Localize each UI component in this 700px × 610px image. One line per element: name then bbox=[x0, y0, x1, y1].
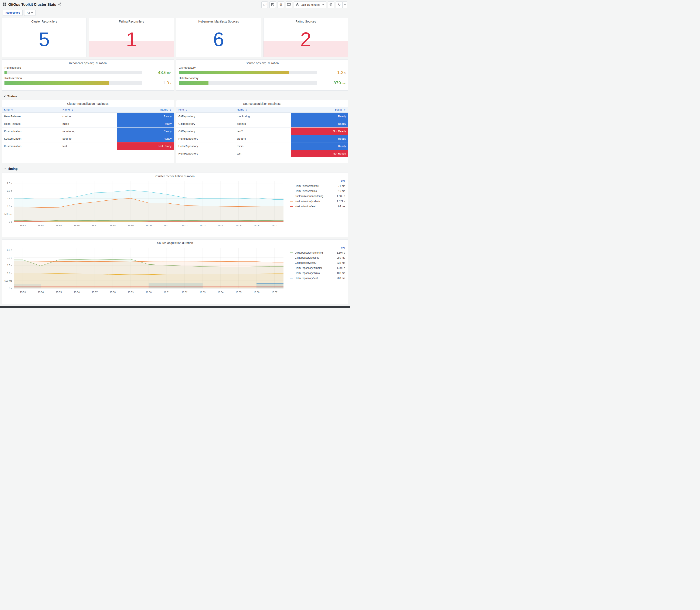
refresh-button[interactable]: ↻ bbox=[336, 1, 342, 8]
svg-text:15:55: 15:55 bbox=[56, 291, 62, 293]
cycle-view-tv-button[interactable] bbox=[286, 1, 292, 8]
svg-text:16:00: 16:00 bbox=[146, 224, 152, 227]
status-badge: Not Ready bbox=[291, 150, 348, 157]
legend-item[interactable]: Kustomization/podinfo1.071 s bbox=[290, 199, 345, 204]
svg-text:0 s: 0 s bbox=[9, 220, 12, 223]
legend-item[interactable]: Kustomization/test84 ms bbox=[290, 204, 345, 209]
panel-title: Source acquisition duration bbox=[2, 240, 348, 245]
save-dashboard-button[interactable] bbox=[270, 1, 276, 8]
legend-swatch bbox=[290, 273, 293, 273]
status-badge: Not Ready bbox=[117, 142, 174, 150]
cell-name: test bbox=[60, 142, 117, 150]
legend-item[interactable]: HelmRepository/test289 ms bbox=[290, 276, 345, 281]
legend-item[interactable]: GitRepository/test2338 ms bbox=[290, 260, 345, 266]
cell-kind: GitRepository bbox=[176, 113, 235, 120]
column-header-name[interactable]: Name bbox=[234, 107, 291, 112]
bar-gauge-row: GitRepository 1.2s bbox=[179, 66, 346, 75]
variable-label-namespace[interactable]: namespace bbox=[3, 10, 22, 16]
legend-avg-value: 71 ms bbox=[338, 184, 345, 188]
table-body: GitRepositorymonitoringReadyGitRepositor… bbox=[176, 113, 348, 157]
refresh-interval-dropdown[interactable] bbox=[342, 1, 347, 8]
svg-text:16:01: 16:01 bbox=[164, 224, 169, 227]
gauge-track bbox=[4, 81, 142, 85]
legend-item[interactable]: Kustomization/monitoring1.605 s bbox=[290, 194, 345, 199]
gauge-value: 43.6ms bbox=[146, 70, 171, 75]
svg-text:15:57: 15:57 bbox=[92, 291, 98, 293]
svg-text:16:02: 16:02 bbox=[182, 291, 188, 293]
chart-legend: avgHelmRelease/contour71 msHelmRelease/m… bbox=[288, 179, 347, 236]
settings-gear-button[interactable]: ⚙ bbox=[278, 1, 284, 8]
legend-avg-value: 84 ms bbox=[338, 205, 345, 208]
section-label: Timing bbox=[7, 167, 18, 171]
svg-text:16:07: 16:07 bbox=[272, 291, 278, 293]
gauge-label: GitRepository bbox=[179, 66, 346, 69]
cell-name: podinfo bbox=[60, 135, 117, 142]
dashboard-header: GitOps Toolkit Cluster Stats ⚙ Last 15 m… bbox=[0, 0, 350, 9]
gauge-panel-source-ops: Source ops avg. duration GitRepository 1… bbox=[176, 60, 348, 91]
legend-item[interactable]: GitRepository/podinfo980 ms bbox=[290, 255, 345, 260]
filter-funnel-icon bbox=[11, 109, 13, 111]
stat-panel-failing-sources: Failing Sources 2 bbox=[263, 18, 348, 58]
refresh-controls: ↻ bbox=[336, 1, 347, 8]
legend-item[interactable]: HelmRepository/minio108 ms bbox=[290, 271, 345, 276]
svg-text:15:59: 15:59 bbox=[128, 291, 134, 293]
legend-avg-value: 16 ms bbox=[338, 190, 345, 193]
chevron-down-icon bbox=[322, 4, 324, 5]
legend-swatch bbox=[290, 191, 293, 191]
cell-kind: Kustomization bbox=[2, 128, 60, 135]
chart-legend: avgGitRepository/monitoring1.594 sGitRep… bbox=[288, 245, 347, 303]
refresh-icon: ↻ bbox=[338, 3, 341, 6]
status-badge: Ready bbox=[291, 113, 348, 120]
time-range-picker[interactable]: Last 15 minutes bbox=[294, 1, 326, 8]
section-status[interactable]: Status bbox=[2, 93, 348, 100]
chevron-down-icon bbox=[31, 12, 33, 13]
legend-avg-value: 289 ms bbox=[337, 277, 345, 280]
section-timing[interactable]: Timing bbox=[2, 165, 348, 173]
add-panel-button[interactable] bbox=[261, 1, 268, 8]
svg-text:1.0 s: 1.0 s bbox=[7, 205, 12, 208]
column-header-kind[interactable]: Kind bbox=[176, 107, 235, 112]
legend-series-name: HelmRepository/bitnami bbox=[295, 267, 337, 270]
legend-swatch bbox=[290, 263, 293, 263]
legend-series-name: GitRepository/monitoring bbox=[295, 251, 337, 254]
stat-panel-manifests-sources: Kubernetes Manifests Sources 6 bbox=[176, 18, 261, 58]
cell-kind: HelmRelease bbox=[2, 113, 60, 120]
column-header-status[interactable]: Status bbox=[291, 107, 348, 112]
table-header: KindNameStatus bbox=[2, 107, 174, 113]
svg-text:15:54: 15:54 bbox=[38, 291, 44, 293]
zoom-out-button[interactable] bbox=[328, 1, 334, 8]
legend-item[interactable]: GitRepository/monitoring1.594 s bbox=[290, 250, 345, 255]
svg-text:16:06: 16:06 bbox=[254, 291, 259, 293]
svg-text:15:58: 15:58 bbox=[110, 224, 116, 227]
chevron-down-icon bbox=[3, 168, 6, 170]
legend-series-name: HelmRepository/minio bbox=[295, 272, 337, 275]
stats-row: Cluster Reconcilers 5 Failing Reconciler… bbox=[2, 18, 348, 58]
legend-series-name: Kustomization/monitoring bbox=[295, 195, 337, 198]
svg-text:0 s: 0 s bbox=[9, 287, 12, 290]
clock-icon bbox=[296, 3, 299, 6]
dashboard-title: GitOps Toolkit Cluster Stats bbox=[8, 2, 56, 7]
legend-avg-value: 1.605 s bbox=[337, 195, 345, 198]
legend-item[interactable]: HelmRelease/minio16 ms bbox=[290, 189, 345, 194]
legend-avg-value: 1.695 s bbox=[337, 267, 345, 270]
column-header-kind[interactable]: Kind bbox=[2, 107, 60, 112]
legend-item[interactable]: HelmRepository/bitnami1.695 s bbox=[290, 266, 345, 271]
share-icon[interactable] bbox=[58, 2, 61, 7]
column-header-name[interactable]: Name bbox=[60, 107, 117, 112]
svg-text:15:59: 15:59 bbox=[128, 224, 134, 227]
table-row: HelmReleasecontourReady bbox=[2, 113, 174, 120]
column-header-status[interactable]: Status bbox=[117, 107, 174, 112]
filter-funnel-icon bbox=[185, 109, 188, 111]
cell-kind: Kustomization bbox=[2, 142, 60, 150]
legend-swatch bbox=[290, 253, 293, 253]
section-label: Status bbox=[7, 94, 17, 98]
table-body: HelmReleasecontourReadyHelmReleaseminioR… bbox=[2, 113, 174, 150]
panel-title: Reconciler ops avg. duration bbox=[2, 60, 174, 65]
variable-value-dropdown[interactable]: All bbox=[24, 10, 35, 16]
cell-name: test2 bbox=[234, 128, 291, 135]
gauge-bar bbox=[4, 71, 6, 75]
legend-avg-value: 1.071 s bbox=[337, 200, 345, 203]
legend-avg-header: avg bbox=[290, 246, 345, 250]
legend-item[interactable]: HelmRelease/contour71 ms bbox=[290, 183, 345, 189]
panel-title: Cluster reconciliation duration bbox=[2, 173, 348, 178]
